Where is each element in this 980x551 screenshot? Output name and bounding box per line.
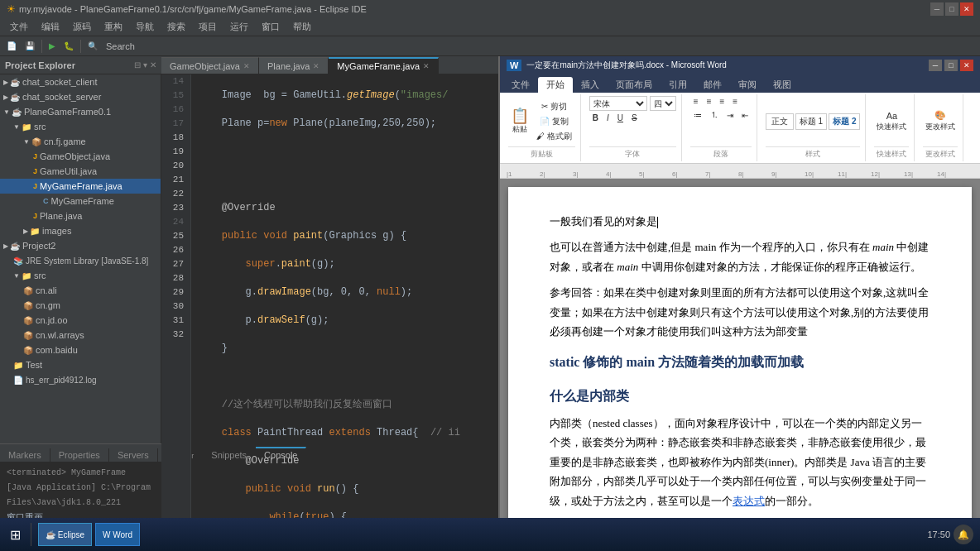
ribbon-tab-mail[interactable]: 邮件 [695,77,730,93]
tab-close-icon[interactable]: ✕ [243,62,250,70]
ribbon-align-right-btn[interactable]: ≡ [716,96,728,107]
ribbon-numlist-btn[interactable]: ⒈ [707,108,722,122]
sidebar-item-project2[interactable]: ▶ ☕ Project2 [0,238,161,253]
tab-label: GameObject.java [170,61,240,71]
sidebar-item-gameobject[interactable]: J GameObject.java [0,149,161,164]
start-button[interactable]: ⊞ [7,524,24,546]
tab-gameobject[interactable]: GameObject.java ✕ [161,57,259,74]
ribbon-quickstyle-btn[interactable]: Aa 快速样式 [874,110,909,133]
word-minimize-btn[interactable]: ─ [929,60,942,71]
sidebar-menu-icon[interactable]: ▾ [143,60,147,69]
ribbon-group-clipboard: 📋 粘贴 ✂ 剪切 📄 复制 🖌 格式刷 剪贴板 [503,94,581,161]
word-doc-area[interactable]: 一般我们看见的对象是 也可以在普通方法中创建,但是 main 作为一个程序的入口… [500,179,980,534]
sidebar-item-cnali[interactable]: 📦 cn.ali [0,283,161,298]
tab-properties[interactable]: Properties [50,448,109,462]
ribbon-format-btn[interactable]: 🖌 格式刷 [533,130,575,143]
taskbar-notification[interactable]: 🔔 [954,525,973,544]
taskbar-eclipse-btn[interactable]: ☕ Eclipse [38,523,92,546]
tab-mygameframe[interactable]: MyGameFrame.java ✕ [329,57,439,74]
menu-navigate[interactable]: 导航 [129,19,161,35]
sidebar-item-chat-client[interactable]: ▶ ☕ chat_socket_client [0,74,161,89]
sidebar-item-gameutil[interactable]: J GameUtil.java [0,164,161,179]
ribbon-align-left-btn[interactable]: ≡ [690,96,702,107]
code-content[interactable]: Image bg = GameUtil.getImage("images/ Pl… [191,74,498,533]
tb-search-btn[interactable]: 🔍 [84,39,101,54]
ribbon-justify-btn[interactable]: ≡ [729,96,741,107]
menu-run[interactable]: 运行 [223,19,255,35]
ribbon-underline-btn[interactable]: U [614,113,627,123]
menu-source[interactable]: 源码 [66,19,98,35]
sidebar-collapse-icon[interactable]: ⊟ [134,60,141,69]
word-maximize-btn[interactable]: □ [944,60,958,71]
arrow-icon: ▼ [13,123,20,131]
tb-debug-btn[interactable]: 🐛 [60,39,77,54]
ribbon-paste-btn[interactable]: 📋 粘贴 [508,108,531,136]
ribbon-indent-btn[interactable]: ⇥ [723,108,737,122]
ribbon-tab-page[interactable]: 页面布局 [608,77,661,93]
ribbon-list-btn[interactable]: ≔ [690,108,705,122]
sidebar-item-src[interactable]: ▼ 📁 src [0,119,161,134]
ribbon-bold-btn[interactable]: B [589,113,602,123]
menu-window[interactable]: 窗口 [255,19,286,35]
ribbon-align-center-btn[interactable]: ≡ [704,96,715,107]
sidebar-item-images[interactable]: ▶ 📁 images [0,223,161,238]
sidebar-item-src2[interactable]: ▼ 📁 src [0,268,161,283]
sidebar-close-icon[interactable]: ✕ [150,60,156,69]
menu-file[interactable]: 文件 [3,19,35,35]
sidebar-item-jre[interactable]: 📚 JRE System Library [JavaSE-1.8] [0,253,161,268]
code-editor[interactable]: 14 15 16 17 18 19 20 21 22 23 24 25 26 2… [161,74,498,533]
tab-plane[interactable]: Plane.java ✕ [259,57,329,74]
ribbon-tab-review[interactable]: 审阅 [730,77,765,93]
sidebar-item-combaidu[interactable]: 📦 com.baidu [0,343,161,357]
ribbon-outdent-btn[interactable]: ⇤ [738,108,752,122]
font-family-select[interactable]: 宋体 [589,96,647,111]
sidebar-item-cngm[interactable]: 📦 cn.gm [0,298,161,313]
tb-run-btn[interactable]: ▶ [46,39,59,54]
ribbon-tab-file[interactable]: 文件 [503,77,538,93]
ribbon-cut-btn[interactable]: ✂ 剪切 [533,100,575,113]
eclipse-title-bar: ☀ my.myjavode - PlaneGameFrame0.1/src/cn… [0,0,980,18]
word-close-btn[interactable]: ✕ [960,60,973,71]
tb-save-btn[interactable]: 💾 [22,39,38,54]
ribbon-style-h2-btn[interactable]: 标题 2 [829,113,860,130]
ribbon-style-normal-btn[interactable]: 正文 [766,113,794,130]
ribbon-tab-view[interactable]: 视图 [765,77,800,93]
ribbon-tab-insert[interactable]: 插入 [573,77,608,93]
ribbon-tab-ref[interactable]: 引用 [661,77,695,93]
inner-link[interactable]: 表达式 [733,495,765,507]
sidebar-item-errlog[interactable]: 📄 hs_err_pid4912.log [0,372,161,387]
sidebar-item-plane[interactable]: J Plane.java [0,208,161,223]
eclipse-window-controls[interactable]: ─ □ ✕ [930,2,973,16]
tab-close-icon[interactable]: ✕ [423,62,430,70]
eclipse-close-btn[interactable]: ✕ [960,2,973,16]
menu-refactor[interactable]: 重构 [98,19,129,35]
sidebar-item-package[interactable]: ▼ 📦 cn.fj.game [0,134,161,149]
ribbon-italic-btn[interactable]: I [603,113,612,123]
tab-markers[interactable]: Markers [0,448,50,462]
ribbon-changestyle-btn[interactable]: 🎨 更改样式 [923,109,958,133]
menu-search[interactable]: 搜索 [161,19,192,35]
eclipse-maximize-btn[interactable]: □ [945,2,958,16]
sidebar-item-chat-server[interactable]: ▶ ☕ chat_socket_server [0,89,161,104]
tab-servers[interactable]: Servers [109,448,158,462]
word-window-controls[interactable]: ─ □ ✕ [929,60,973,71]
sidebar-item-mygameframe-class[interactable]: C MyGameFrame [0,194,161,208]
ribbon-tab-home[interactable]: 开始 [538,77,573,93]
sidebar-item-cnwlarrays[interactable]: 📦 cn.wl.arrays [0,328,161,343]
tab-close-icon[interactable]: ✕ [313,62,319,70]
ribbon-style-h1-btn[interactable]: 标题 1 [795,113,827,130]
menu-help[interactable]: 帮助 [286,19,318,35]
word-page: 一般我们看见的对象是 也可以在普通方法中创建,但是 main 作为一个程序的入口… [508,187,972,534]
eclipse-minimize-btn[interactable]: ─ [930,2,944,16]
sidebar-item-planegame[interactable]: ▼ ☕ PlaneGameFrame0.1 [0,104,161,119]
taskbar-word-btn[interactable]: W Word [95,523,140,546]
menu-edit[interactable]: 编辑 [35,19,66,35]
sidebar-item-test[interactable]: 📁 Test [0,357,161,372]
ribbon-strikethrough-btn[interactable]: S [628,113,641,123]
sidebar-item-mygameframe[interactable]: J MyGameFrame.java [0,179,161,194]
font-size-select[interactable]: 四号 [650,96,676,111]
menu-project[interactable]: 项目 [192,19,223,35]
tb-new-btn[interactable]: 📄 [3,39,20,54]
ribbon-copy-btn[interactable]: 📄 复制 [533,115,575,128]
sidebar-item-cnjdoo[interactable]: 📦 cn.jd.oo [0,313,161,328]
